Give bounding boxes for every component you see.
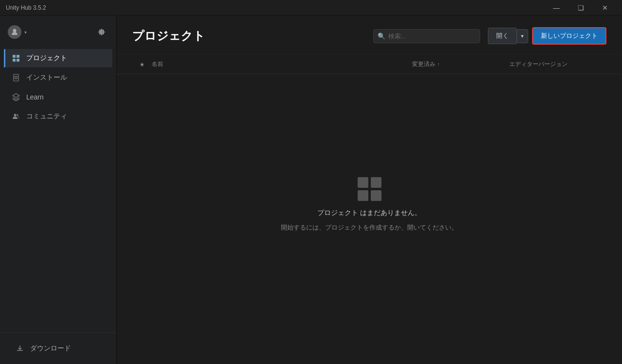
- close-button[interactable]: ✕: [594, 0, 616, 16]
- table-col-editor: エディターバージョン: [509, 60, 606, 68]
- sidebar-item-community-label: コミュニティ: [26, 112, 67, 121]
- sidebar-item-download[interactable]: ダウンロード: [8, 339, 108, 358]
- avatar: [8, 25, 21, 39]
- table-col-modified[interactable]: 変更済み ↑: [412, 60, 509, 68]
- learn-icon: [12, 93, 20, 101]
- titlebar-controls: — ❑ ✕: [545, 0, 616, 16]
- community-icon: [12, 112, 20, 121]
- titlebar: Unity Hub 3.5.2 — ❑ ✕: [0, 0, 622, 16]
- sidebar-item-learn-label: Learn: [26, 93, 44, 101]
- sidebar-item-projects[interactable]: プロジェクト: [4, 49, 112, 67]
- open-dropdown-button[interactable]: ▾: [517, 29, 528, 43]
- sort-arrow-icon: ↑: [437, 62, 440, 67]
- sidebar-header: ▾: [0, 19, 116, 45]
- projects-icon: [12, 54, 20, 63]
- user-section[interactable]: ▾: [8, 25, 27, 39]
- empty-state-icon: [358, 177, 381, 201]
- sidebar-item-projects-label: プロジェクト: [26, 54, 67, 63]
- header-actions: 🔍 開く ▾ 新しいプロジェクト: [373, 27, 606, 45]
- page-title: プロジェクト: [132, 28, 205, 44]
- sidebar-item-download-label: ダウンロード: [30, 344, 71, 353]
- user-chevron-icon: ▾: [24, 30, 27, 35]
- open-button[interactable]: 開く: [488, 28, 517, 44]
- minimize-button[interactable]: —: [545, 0, 568, 16]
- app-layout: ▾ プロジェクト: [0, 16, 622, 364]
- table-header: ★ 名前 変更済み ↑ エディターバージョン: [117, 55, 622, 74]
- svg-point-8: [14, 114, 17, 116]
- svg-point-9: [17, 114, 18, 116]
- sidebar-item-learn[interactable]: Learn: [4, 88, 112, 106]
- svg-point-0: [13, 29, 17, 33]
- empty-state-subtitle: 開始するには、プロジェクトを作成するか、開いてください。: [281, 223, 458, 232]
- main-header: プロジェクト 🔍 開く ▾ 新しいプロジェクト: [117, 16, 622, 55]
- titlebar-title: Unity Hub 3.5.2: [6, 4, 46, 11]
- sidebar-item-installs-label: インストール: [26, 73, 67, 82]
- main-content: プロジェクト 🔍 開く ▾ 新しいプロジェクト ★ 名前 変更済み ↑ エディタ…: [117, 16, 622, 364]
- table-col-name[interactable]: 名前: [152, 60, 412, 68]
- svg-rect-3: [13, 59, 16, 62]
- svg-rect-5: [14, 74, 18, 81]
- sidebar-item-installs[interactable]: インストール: [4, 68, 112, 87]
- new-project-button[interactable]: 新しいプロジェクト: [532, 27, 606, 45]
- download-icon: [16, 344, 24, 353]
- installs-icon: [12, 73, 20, 82]
- svg-rect-4: [17, 59, 19, 62]
- svg-point-6: [15, 77, 17, 79]
- sidebar-item-community[interactable]: コミュニティ: [4, 107, 112, 126]
- svg-rect-1: [13, 55, 16, 58]
- empty-state: プロジェクト はまだありません。 開始するには、プロジェクトを作成するか、開いて…: [117, 74, 622, 364]
- settings-button[interactable]: [95, 25, 108, 39]
- sidebar: ▾ プロジェクト: [0, 16, 117, 364]
- svg-rect-2: [17, 55, 19, 58]
- maximize-button[interactable]: ❑: [570, 0, 592, 16]
- table-col-star: ★: [132, 61, 152, 68]
- empty-state-title: プロジェクト はまだありません。: [317, 209, 421, 217]
- sidebar-bottom: ダウンロード: [0, 332, 116, 364]
- search-bar: 🔍: [373, 29, 480, 43]
- search-input[interactable]: [373, 29, 480, 43]
- search-icon: 🔍: [378, 33, 385, 40]
